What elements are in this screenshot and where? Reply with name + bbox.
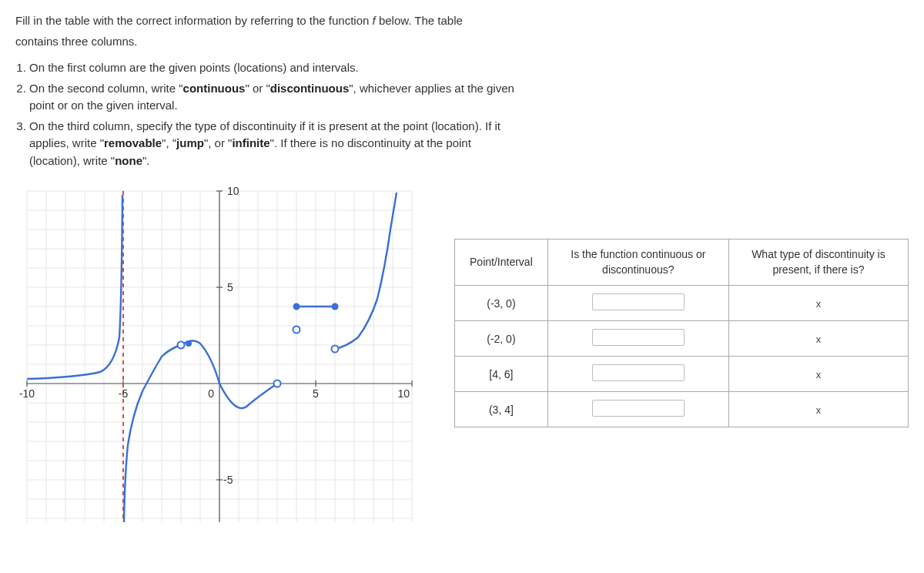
table-row: (-3, 0)x — [455, 286, 909, 321]
svg-point-56 — [293, 327, 300, 333]
continuity-cell — [547, 357, 728, 392]
function-graph: -10 -5 0 5 10 10 5 -5 — [15, 183, 424, 530]
x-mark: x — [816, 298, 822, 310]
table-row: (-2, 0)x — [455, 321, 909, 357]
svg-text:5: 5 — [313, 387, 319, 400]
point-cell: (3, 4] — [455, 392, 548, 427]
col-header-type: What type of discontinuity ispresent, if… — [728, 240, 908, 286]
svg-point-58 — [332, 303, 339, 310]
col-header-point: Point/Interval — [455, 240, 548, 286]
answer-table-wrap: Point/Interval Is the function continuou… — [454, 239, 909, 427]
intro-text: Fill in the table with the correct infor… — [15, 12, 909, 50]
x-mark: x — [816, 404, 822, 416]
svg-text:5: 5 — [227, 281, 233, 293]
type-cell: x — [728, 357, 908, 392]
svg-point-59 — [332, 346, 339, 353]
svg-text:-5: -5 — [119, 387, 129, 400]
svg-text:10: 10 — [227, 185, 239, 197]
point-cell: (-3, 0) — [455, 286, 548, 321]
instruction-list: On the first column are the given points… — [15, 59, 909, 169]
svg-text:10: 10 — [397, 387, 410, 400]
answer-table: Point/Interval Is the function continuou… — [454, 239, 909, 427]
continuity-cell — [547, 392, 728, 427]
instruction-1: On the first column are the given points… — [29, 59, 909, 77]
instruction-2: On the second column, write "continuous"… — [29, 80, 909, 115]
col-header-continuity: Is the function continuous ordiscontinuo… — [547, 240, 728, 286]
intro-line1a: Fill in the table with the correct infor… — [15, 14, 373, 27]
intro-line2: contains three columns. — [15, 33, 909, 51]
type-cell: x — [728, 286, 908, 321]
x-mark: x — [816, 369, 822, 380]
instruction-3: On the third column, specify the type of… — [29, 118, 909, 170]
x-mark: x — [816, 333, 822, 345]
svg-point-53 — [178, 342, 185, 349]
continuity-input[interactable] — [592, 329, 685, 346]
point-cell: (-2, 0) — [455, 321, 548, 357]
svg-point-60 — [186, 340, 192, 347]
svg-text:-10: -10 — [19, 387, 35, 400]
table-row: (3, 4]x — [455, 392, 909, 427]
continuity-input[interactable] — [592, 364, 685, 381]
continuity-cell — [547, 286, 728, 321]
continuity-cell — [547, 321, 728, 357]
svg-text:0: 0 — [208, 387, 214, 400]
svg-point-57 — [293, 303, 300, 310]
type-cell: x — [728, 321, 908, 357]
type-cell: x — [728, 392, 908, 427]
continuity-input[interactable] — [592, 400, 685, 417]
intro-line1b: below. The table — [376, 14, 463, 27]
svg-point-55 — [274, 380, 281, 387]
svg-text:-5: -5 — [223, 474, 233, 486]
continuity-input[interactable] — [592, 293, 685, 310]
point-cell: [4, 6] — [455, 357, 548, 392]
table-row: [4, 6]x — [455, 357, 909, 392]
